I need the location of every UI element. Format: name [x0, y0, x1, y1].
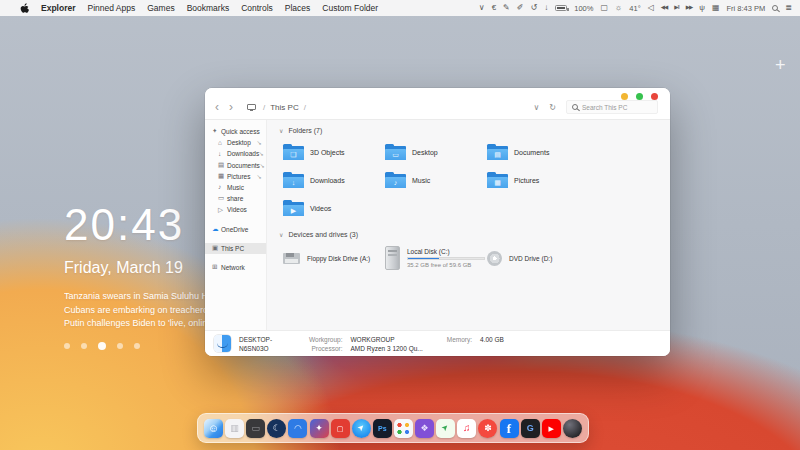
- google-icon[interactable]: G: [521, 419, 540, 438]
- control-center-icon[interactable]: ≣: [785, 4, 792, 12]
- keyboard-icon[interactable]: ▦: [712, 4, 720, 12]
- music-icon[interactable]: ♫: [457, 419, 476, 438]
- collapse-icon[interactable]: ∨: [279, 231, 283, 238]
- trash-icon[interactable]: ▥: [225, 419, 244, 438]
- chat-app-icon[interactable]: ◠: [288, 419, 307, 438]
- fast-forward-icon[interactable]: ▶▶: [686, 5, 692, 11]
- folder-downloads[interactable]: ↓ Downloads: [283, 166, 385, 194]
- menu-controls[interactable]: Controls: [241, 3, 273, 13]
- finder-icon[interactable]: ☺: [204, 419, 223, 438]
- page-dot[interactable]: [81, 343, 87, 349]
- sidebar-item-music[interactable]: ♪ Music: [205, 182, 266, 193]
- page-dot[interactable]: [117, 343, 123, 349]
- explorer-content: ∨ Folders (7) ❏ 3D Objects ▭ Desktop ▤ D…: [267, 120, 670, 330]
- search-input[interactable]: [582, 104, 652, 111]
- folder-icon: ▶: [283, 200, 304, 216]
- safari-icon[interactable]: ➤: [352, 419, 371, 438]
- drives-section-header[interactable]: ∨ Devices and drives (3): [279, 228, 670, 240]
- drive-dvd-d[interactable]: DVD Drive (D:): [487, 243, 589, 273]
- search-icon[interactable]: [772, 5, 778, 11]
- mic-icon[interactable]: ψ: [699, 4, 705, 12]
- facebook-icon[interactable]: f: [500, 419, 519, 438]
- page-dot-active[interactable]: [98, 342, 106, 350]
- rewind-icon[interactable]: ◀◀: [661, 5, 667, 11]
- sidebar-item-videos[interactable]: ▷ Videos: [205, 204, 266, 215]
- menu-places[interactable]: Places: [285, 3, 311, 13]
- processor-value: AMD Ryzen 3 1200 Qu...: [350, 344, 422, 353]
- collapse-icon[interactable]: ∨: [279, 127, 283, 134]
- menubar-clock[interactable]: Fri 8:43 PM: [727, 4, 766, 13]
- news-headlines: Tanzania swears in Samia Suluhu Hassan a…: [64, 290, 206, 331]
- address-dropdown-icon[interactable]: ∨: [533, 103, 539, 112]
- drive-floppy-a[interactable]: Floppy Disk Drive (A:): [283, 243, 385, 273]
- battery-icon[interactable]: [555, 5, 567, 11]
- maps-icon[interactable]: ➤: [436, 419, 455, 438]
- sidebar-item-share[interactable]: ▭ share: [205, 193, 266, 204]
- folder-label: 3D Objects: [310, 149, 345, 156]
- pencil-icon[interactable]: ✐: [517, 4, 524, 12]
- folder-documents[interactable]: ▤ Documents: [487, 138, 589, 166]
- folder-3d-objects[interactable]: ❏ 3D Objects: [283, 138, 385, 166]
- sidebar-item-quick-access[interactable]: ✦ Quick access: [205, 126, 266, 137]
- dark-sphere-icon[interactable]: [563, 419, 582, 438]
- sidebar-label: Music: [227, 184, 244, 191]
- display-icon[interactable]: ▢: [600, 4, 608, 12]
- sidebar-item-downloads[interactable]: ↓ Downloads ⊸: [205, 148, 266, 159]
- folder-desktop[interactable]: ▭ Desktop: [385, 138, 487, 166]
- widget-date: Friday, March 19: [64, 259, 206, 277]
- folder-music[interactable]: ♪ Music: [385, 166, 487, 194]
- explorer-window: ‹ › / This PC / ∨ ↻ ✦: [205, 88, 670, 356]
- page-dot[interactable]: [64, 343, 70, 349]
- chevron-down-icon[interactable]: ∨: [479, 4, 485, 12]
- sidebar-label: This PC: [221, 245, 244, 252]
- youtube-icon[interactable]: ▶: [542, 419, 561, 438]
- menu-explorer[interactable]: Explorer: [41, 3, 76, 13]
- folder-videos[interactable]: ▶ Videos: [283, 194, 385, 222]
- apple-logo-icon[interactable]: [20, 3, 29, 14]
- weather-icon[interactable]: ☼: [615, 4, 622, 12]
- news-line[interactable]: Putin challenges Biden to 'live, online'…: [64, 317, 206, 331]
- search-box[interactable]: [566, 100, 658, 114]
- sidebar-item-network[interactable]: ⊞ Network: [205, 262, 266, 273]
- menu-bookmarks[interactable]: Bookmarks: [187, 3, 230, 13]
- red-circle-app-icon[interactable]: ✽: [478, 419, 497, 438]
- news-line[interactable]: Tanzania swears in Samia Suluhu Hassan a…: [64, 290, 206, 304]
- weather-temp: 41°: [629, 4, 640, 13]
- add-widget-button[interactable]: +: [775, 55, 786, 76]
- folder-icon: ↓: [283, 172, 304, 188]
- red-app-icon[interactable]: ▢: [331, 419, 350, 438]
- back-button[interactable]: ‹: [215, 101, 219, 113]
- sidebar-item-desktop[interactable]: ⌂ Desktop ⊸: [205, 137, 266, 148]
- sidebar-item-pictures[interactable]: ▦ Pictures ⊸: [205, 171, 266, 182]
- red-blue-app-icon[interactable]: ✦: [310, 419, 329, 438]
- forward-button[interactable]: ›: [229, 101, 233, 113]
- desktop-icon: ⌂: [218, 140, 227, 147]
- phone-icon[interactable]: ▭: [246, 419, 265, 438]
- sidebar-item-documents[interactable]: ▤ Documents ⊸: [205, 160, 266, 171]
- play-pause-icon[interactable]: ▶‖: [674, 5, 679, 11]
- download-icon[interactable]: ↓: [544, 4, 548, 12]
- folders-section-header[interactable]: ∨ Folders (7): [279, 124, 670, 136]
- page-dot[interactable]: [134, 343, 140, 349]
- photoshop-icon[interactable]: Ps: [373, 419, 392, 438]
- currency-icon[interactable]: €: [492, 4, 496, 12]
- moon-app-icon[interactable]: ☾: [267, 419, 286, 438]
- sidebar-item-this-pc[interactable]: ▣ This PC: [205, 243, 266, 254]
- volume-icon[interactable]: ◁: [648, 4, 654, 12]
- menu-custom-folder[interactable]: Custom Folder: [322, 3, 378, 13]
- window-titlebar[interactable]: ‹ › / This PC / ∨ ↻: [205, 88, 670, 120]
- folder-pictures[interactable]: ▦ Pictures: [487, 166, 589, 194]
- purple-app-icon[interactable]: ❖: [415, 419, 434, 438]
- menu-games[interactable]: Games: [147, 3, 174, 13]
- news-line[interactable]: Cubans are embarking on treacherous sea …: [64, 304, 206, 318]
- pen-icon[interactable]: ✎: [503, 4, 510, 12]
- breadcrumb[interactable]: This PC: [270, 103, 298, 112]
- history-icon[interactable]: ↺: [531, 4, 538, 12]
- menu-pinned-apps[interactable]: Pinned Apps: [88, 3, 136, 13]
- refresh-icon[interactable]: ↻: [549, 103, 556, 112]
- folder-label: Videos: [310, 205, 331, 212]
- launchpad-icon[interactable]: [394, 419, 413, 438]
- processor-label: Processor:: [309, 344, 342, 353]
- drive-local-c[interactable]: Local Disk (C:) 35.2 GB free of 59.6 GB: [385, 243, 487, 273]
- sidebar-item-onedrive[interactable]: ☁ OneDrive: [205, 224, 266, 235]
